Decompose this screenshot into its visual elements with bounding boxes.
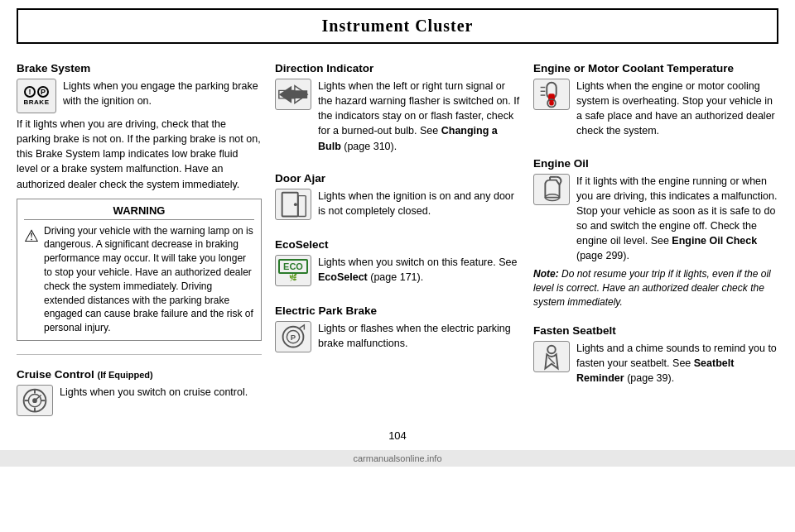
epb-icon-row: P Lights or flashes when the electric pa… <box>275 321 520 352</box>
oil-note-label: Note: <box>533 268 559 280</box>
direction-indicator-icon <box>275 79 311 110</box>
ecoselect-section: EcoSelect ECO 🌿 Lights when you switch o… <box>275 232 520 290</box>
fasten-seatbelt-icon <box>533 341 570 372</box>
door-ajar-section: Door Ajar Lights when the ignition is on… <box>275 165 520 223</box>
left-column: Brake System ! P BRAKE Lights when you e… <box>17 55 262 419</box>
direction-icon-row: Lights when the left or right turn signa… <box>275 79 520 154</box>
eco-intro-text: Lights when you switch on this feature. … <box>318 255 520 285</box>
cruise-intro-text: Lights when you switch on cruise control… <box>60 385 248 400</box>
oil-intro-text: If it lights with the engine running or … <box>576 174 778 264</box>
epb-intro-text: Lights or flashes when the electric park… <box>318 321 520 351</box>
svg-point-28 <box>547 345 556 353</box>
electric-park-brake-title: Electric Park Brake <box>275 304 520 317</box>
svg-point-21 <box>549 101 554 106</box>
seatbelt-intro-text: Lights and a chime sounds to remind you … <box>576 341 778 386</box>
page-footer: 104 <box>0 429 795 445</box>
eco-icon-row: ECO 🌿 Lights when you switch on this fea… <box>275 255 520 286</box>
warning-box: WARNING ⚠ Driving your vehicle with the … <box>17 199 262 341</box>
warning-title: WARNING <box>24 204 254 220</box>
oil-check-link: Engine Oil Check <box>672 235 757 247</box>
brake-body-text: If it lights when you are driving, check… <box>17 117 262 192</box>
divider-1 <box>17 354 262 355</box>
page-container: Instrument Cluster Brake System ! P BRAK… <box>0 8 795 532</box>
svg-rect-11 <box>298 195 306 216</box>
electric-park-brake-icon: P <box>275 321 311 352</box>
cruise-control-title: Cruise Control (If Equipped) <box>17 368 262 381</box>
engine-oil-section: Engine Oil If it lights with the engine … <box>533 151 778 309</box>
direction-indicator-title: Direction Indicator <box>275 62 520 74</box>
electric-park-brake-section: Electric Park Brake P Lights or flashes … <box>275 298 520 356</box>
content-area: Brake System ! P BRAKE Lights when you e… <box>0 50 795 424</box>
oil-note-text: Note: Do not resume your trip if it ligh… <box>533 267 778 309</box>
middle-column: Direction Indicator Lights when the left… <box>275 55 520 419</box>
direction-indicator-section: Direction Indicator Lights when the left… <box>275 55 520 157</box>
brake-system-title: Brake System <box>17 62 262 74</box>
coolant-temp-icon <box>533 79 570 110</box>
coolant-intro-text: Lights when the engine or motor cooling … <box>576 79 778 139</box>
svg-text:P: P <box>291 332 296 341</box>
brake-icon-row: ! P BRAKE Lights when you engage the par… <box>17 79 262 113</box>
engine-coolant-title: Engine or Motor Coolant Temperature <box>533 62 778 74</box>
direction-link: Changing a Bulb <box>318 125 498 151</box>
brake-system-section: Brake System ! P BRAKE Lights when you e… <box>17 55 262 347</box>
title-bar: Instrument Cluster <box>17 8 778 44</box>
eco-icon: ECO 🌿 <box>275 255 311 286</box>
door-intro-text: Lights when the ignition is on and any d… <box>318 189 520 218</box>
fasten-seatbelt-title: Fasten Seatbelt <box>533 324 778 337</box>
cruise-control-section: Cruise Control (If Equipped) <box>17 362 262 419</box>
seatbelt-reminder-link: Seatbelt Reminder <box>576 357 734 384</box>
coolant-icon-row: Lights when the engine or motor cooling … <box>533 79 778 139</box>
oil-icon-row: If it lights with the engine running or … <box>533 174 778 264</box>
engine-oil-icon <box>533 174 570 205</box>
watermark: carmanualsonline.info <box>0 450 795 467</box>
fasten-seatbelt-section: Fasten Seatbelt Lights and a chime sound… <box>533 318 778 389</box>
svg-marker-8 <box>279 86 307 103</box>
page-title: Instrument Cluster <box>18 17 777 36</box>
cruise-control-icon <box>17 385 53 416</box>
cruise-icon-row: Lights when you switch on cruise control… <box>17 385 262 416</box>
door-ajar-title: Door Ajar <box>275 172 520 185</box>
seatbelt-icon-row: Lights and a chime sounds to remind you … <box>533 341 778 386</box>
direction-intro-text: Lights when the left or right turn signa… <box>318 79 520 154</box>
warning-body-text: Driving your vehicle with the warning la… <box>44 224 254 335</box>
right-column: Engine or Motor Coolant Temperature <box>533 55 778 419</box>
cruise-control-suffix: (If Equipped) <box>98 370 153 380</box>
warning-triangle-icon: ⚠ <box>24 226 39 246</box>
ecoselect-title: EcoSelect <box>275 238 520 251</box>
ecoselect-link: EcoSelect <box>318 271 368 283</box>
door-ajar-icon <box>275 189 311 220</box>
brake-icon: ! P BRAKE <box>17 79 56 113</box>
brake-intro-text: Lights when you engage the parking brake… <box>63 79 262 108</box>
engine-coolant-section: Engine or Motor Coolant Temperature <box>533 55 778 142</box>
engine-oil-title: Engine Oil <box>533 157 778 170</box>
svg-point-12 <box>294 203 297 206</box>
warning-content: ⚠ Driving your vehicle with the warning … <box>24 224 254 335</box>
page-number: 104 <box>388 429 407 442</box>
door-icon-row: Lights when the ignition is on and any d… <box>275 189 520 220</box>
